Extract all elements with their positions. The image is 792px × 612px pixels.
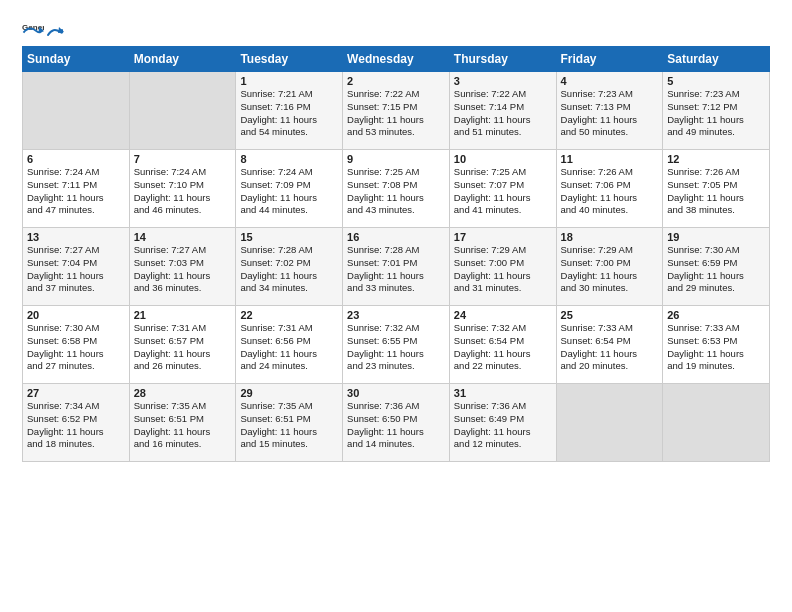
logo-arrow-icon — [46, 23, 64, 39]
calendar-cell: 2Sunrise: 7:22 AMSunset: 7:15 PMDaylight… — [343, 72, 450, 150]
cell-info-line: Sunrise: 7:22 AM — [347, 88, 445, 101]
header-day-tuesday: Tuesday — [236, 47, 343, 72]
calendar-cell: 21Sunrise: 7:31 AMSunset: 6:57 PMDayligh… — [129, 306, 236, 384]
calendar-week-row: 6Sunrise: 7:24 AMSunset: 7:11 PMDaylight… — [23, 150, 770, 228]
header-day-thursday: Thursday — [449, 47, 556, 72]
cell-info-line: and 12 minutes. — [454, 438, 552, 451]
header-day-monday: Monday — [129, 47, 236, 72]
cell-info-line: Daylight: 11 hours — [667, 270, 765, 283]
cell-info-line: Daylight: 11 hours — [454, 192, 552, 205]
cell-info-line: Sunset: 7:15 PM — [347, 101, 445, 114]
calendar-week-row: 20Sunrise: 7:30 AMSunset: 6:58 PMDayligh… — [23, 306, 770, 384]
header-day-saturday: Saturday — [663, 47, 770, 72]
cell-info-line: Daylight: 11 hours — [561, 114, 659, 127]
cell-info-line: Sunset: 7:13 PM — [561, 101, 659, 114]
calendar-cell: 25Sunrise: 7:33 AMSunset: 6:54 PMDayligh… — [556, 306, 663, 384]
cell-info-line: Sunset: 7:07 PM — [454, 179, 552, 192]
cell-info-line: and 46 minutes. — [134, 204, 232, 217]
cell-info-line: Sunrise: 7:33 AM — [667, 322, 765, 335]
day-number: 26 — [667, 309, 765, 321]
cell-info-line: Sunset: 6:56 PM — [240, 335, 338, 348]
cell-info-line: Sunset: 7:05 PM — [667, 179, 765, 192]
cell-info-line: Sunset: 6:53 PM — [667, 335, 765, 348]
day-number: 10 — [454, 153, 552, 165]
cell-info-line: Sunset: 6:57 PM — [134, 335, 232, 348]
cell-info-line: Sunset: 6:51 PM — [134, 413, 232, 426]
calendar-week-row: 27Sunrise: 7:34 AMSunset: 6:52 PMDayligh… — [23, 384, 770, 462]
calendar-cell: 17Sunrise: 7:29 AMSunset: 7:00 PMDayligh… — [449, 228, 556, 306]
calendar-cell — [556, 384, 663, 462]
cell-info-line: and 41 minutes. — [454, 204, 552, 217]
cell-info-line: and 27 minutes. — [27, 360, 125, 373]
cell-info-line: Sunset: 7:16 PM — [240, 101, 338, 114]
day-number: 15 — [240, 231, 338, 243]
cell-info-line: Sunrise: 7:36 AM — [454, 400, 552, 413]
day-number: 30 — [347, 387, 445, 399]
cell-info-line: Sunset: 6:52 PM — [27, 413, 125, 426]
cell-info-line: Daylight: 11 hours — [667, 114, 765, 127]
cell-info-line: Sunrise: 7:36 AM — [347, 400, 445, 413]
cell-info-line: Daylight: 11 hours — [347, 192, 445, 205]
cell-info-line: Daylight: 11 hours — [561, 348, 659, 361]
cell-info-line: Sunrise: 7:23 AM — [667, 88, 765, 101]
cell-info-line: Daylight: 11 hours — [240, 348, 338, 361]
calendar-cell — [663, 384, 770, 462]
cell-info-line: Daylight: 11 hours — [454, 426, 552, 439]
calendar-cell: 23Sunrise: 7:32 AMSunset: 6:55 PMDayligh… — [343, 306, 450, 384]
cell-info-line: Sunrise: 7:31 AM — [240, 322, 338, 335]
day-number: 9 — [347, 153, 445, 165]
day-number: 28 — [134, 387, 232, 399]
cell-info-line: Sunrise: 7:28 AM — [240, 244, 338, 257]
cell-info-line: Sunset: 6:59 PM — [667, 257, 765, 270]
day-number: 13 — [27, 231, 125, 243]
day-number: 20 — [27, 309, 125, 321]
cell-info-line: and 16 minutes. — [134, 438, 232, 451]
calendar-cell: 20Sunrise: 7:30 AMSunset: 6:58 PMDayligh… — [23, 306, 130, 384]
header-day-wednesday: Wednesday — [343, 47, 450, 72]
cell-info-line: Sunset: 7:01 PM — [347, 257, 445, 270]
cell-info-line: Sunrise: 7:34 AM — [27, 400, 125, 413]
cell-info-line: and 43 minutes. — [347, 204, 445, 217]
cell-info-line: and 30 minutes. — [561, 282, 659, 295]
calendar-cell: 3Sunrise: 7:22 AMSunset: 7:14 PMDaylight… — [449, 72, 556, 150]
day-number: 5 — [667, 75, 765, 87]
cell-info-line: Daylight: 11 hours — [240, 114, 338, 127]
day-number: 8 — [240, 153, 338, 165]
day-number: 16 — [347, 231, 445, 243]
day-number: 6 — [27, 153, 125, 165]
calendar-cell: 12Sunrise: 7:26 AMSunset: 7:05 PMDayligh… — [663, 150, 770, 228]
cell-info-line: Sunrise: 7:25 AM — [347, 166, 445, 179]
day-number: 7 — [134, 153, 232, 165]
calendar-cell: 1Sunrise: 7:21 AMSunset: 7:16 PMDaylight… — [236, 72, 343, 150]
cell-info-line: Sunset: 6:50 PM — [347, 413, 445, 426]
calendar-cell: 28Sunrise: 7:35 AMSunset: 6:51 PMDayligh… — [129, 384, 236, 462]
day-number: 1 — [240, 75, 338, 87]
cell-info-line: and 50 minutes. — [561, 126, 659, 139]
cell-info-line: and 15 minutes. — [240, 438, 338, 451]
calendar-cell: 16Sunrise: 7:28 AMSunset: 7:01 PMDayligh… — [343, 228, 450, 306]
cell-info-line: Sunrise: 7:29 AM — [561, 244, 659, 257]
cell-info-line: Daylight: 11 hours — [27, 426, 125, 439]
cell-info-line: Daylight: 11 hours — [347, 348, 445, 361]
cell-info-line: Sunrise: 7:29 AM — [454, 244, 552, 257]
calendar-week-row: 13Sunrise: 7:27 AMSunset: 7:04 PMDayligh… — [23, 228, 770, 306]
cell-info-line: Sunrise: 7:32 AM — [347, 322, 445, 335]
cell-info-line: and 53 minutes. — [347, 126, 445, 139]
cell-info-line: and 23 minutes. — [347, 360, 445, 373]
cell-info-line: Sunrise: 7:30 AM — [27, 322, 125, 335]
cell-info-line: Sunrise: 7:30 AM — [667, 244, 765, 257]
header-day-sunday: Sunday — [23, 47, 130, 72]
cell-info-line: Sunset: 7:12 PM — [667, 101, 765, 114]
calendar-cell: 14Sunrise: 7:27 AMSunset: 7:03 PMDayligh… — [129, 228, 236, 306]
cell-info-line: and 26 minutes. — [134, 360, 232, 373]
cell-info-line: and 20 minutes. — [561, 360, 659, 373]
cell-info-line: Daylight: 11 hours — [667, 348, 765, 361]
cell-info-line: Sunset: 7:06 PM — [561, 179, 659, 192]
calendar-cell: 26Sunrise: 7:33 AMSunset: 6:53 PMDayligh… — [663, 306, 770, 384]
cell-info-line: Daylight: 11 hours — [667, 192, 765, 205]
cell-info-line: Sunset: 6:49 PM — [454, 413, 552, 426]
day-number: 22 — [240, 309, 338, 321]
cell-info-line: Daylight: 11 hours — [134, 192, 232, 205]
cell-info-line: Sunset: 7:09 PM — [240, 179, 338, 192]
cell-info-line: Sunset: 6:54 PM — [454, 335, 552, 348]
